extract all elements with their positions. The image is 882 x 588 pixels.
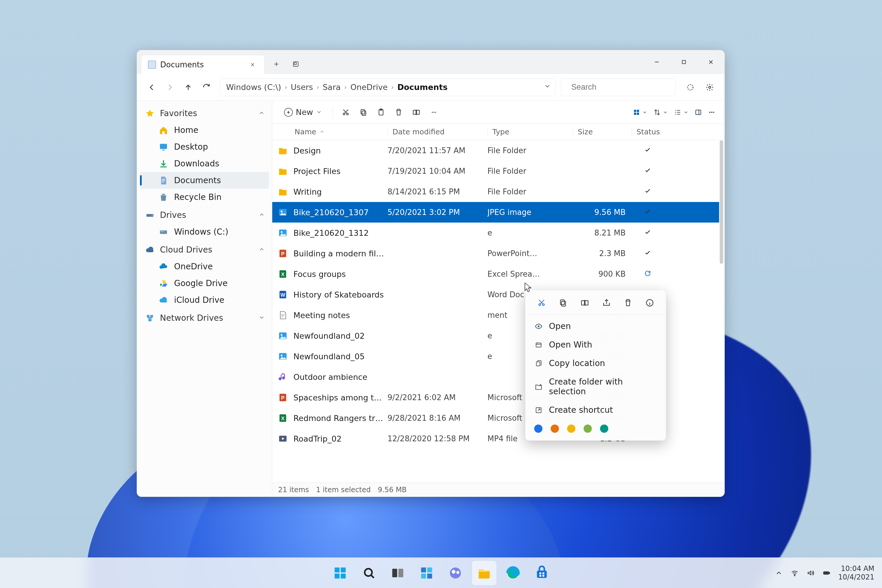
file-row[interactable]: Bike_210620_1312e8.21 MB [272, 222, 719, 243]
tag-color[interactable] [600, 424, 608, 433]
file-row[interactable]: XFocus groupsExcel Sprea…900 KB [272, 264, 719, 284]
sidebar-item-desktop[interactable]: Desktop [140, 138, 269, 155]
volume-icon[interactable] [807, 569, 814, 577]
address-bar[interactable]: Windows (C:\) › Users › Sara › OneDrive … [220, 78, 556, 96]
tab-documents[interactable]: Documents [141, 55, 265, 74]
sidebar-section-network[interactable]: Network Drives [140, 310, 269, 326]
column-header-date[interactable]: Date modified [387, 128, 488, 136]
close-button[interactable] [698, 50, 724, 74]
tab-close-button[interactable] [247, 59, 258, 70]
file-type-icon [272, 187, 293, 196]
more-button[interactable] [426, 105, 442, 120]
sidebar-item-downloads[interactable]: Downloads [140, 155, 269, 172]
sidebar-item-windows-c[interactable]: Windows (C:) [140, 224, 269, 240]
battery-icon[interactable] [822, 569, 831, 577]
breadcrumb-segment[interactable]: Windows (C:\) [226, 82, 281, 92]
chevron-down-icon [258, 313, 265, 323]
taskbar-store[interactable] [530, 561, 554, 585]
search-box[interactable] [561, 78, 676, 96]
svg-rect-1 [294, 63, 296, 64]
forward-button[interactable] [162, 79, 178, 96]
search-input[interactable] [571, 82, 671, 92]
context-menu-item[interactable]: Open With [528, 336, 663, 354]
taskbar-edge[interactable] [501, 561, 525, 585]
sidebar-section-favorites[interactable]: Favorites [140, 105, 269, 122]
file-name: Design [293, 146, 387, 155]
address-dropdown-button[interactable] [544, 82, 551, 92]
sidebar-section-drives[interactable]: Drives [140, 207, 269, 224]
sync-progress-button[interactable] [682, 79, 699, 96]
context-menu-item[interactable]: Open [528, 317, 663, 336]
context-copy-button[interactable] [556, 296, 570, 310]
overflow-button[interactable] [706, 108, 718, 116]
tag-color[interactable] [584, 424, 592, 433]
column-header-status[interactable]: Status [632, 128, 664, 136]
minimize-button[interactable] [643, 50, 670, 74]
context-rename-button[interactable] [578, 296, 591, 310]
breadcrumb-segment[interactable]: OneDrive [351, 82, 388, 92]
copy-button[interactable] [356, 105, 371, 120]
sidebar-item-onedrive[interactable]: OneDrive [140, 258, 269, 275]
sort-button[interactable] [651, 107, 670, 117]
file-row[interactable]: Writing8/14/2021 6:15 PMFile Folder [272, 182, 719, 202]
layout-button[interactable] [672, 107, 691, 117]
sidebar-item-home[interactable]: Home [140, 122, 269, 138]
taskbar-taskview[interactable] [386, 561, 410, 585]
back-button[interactable] [144, 79, 160, 96]
settings-button[interactable] [702, 79, 718, 96]
breadcrumb-segment[interactable]: Sara [322, 82, 340, 92]
cut-button[interactable] [338, 105, 353, 120]
taskbar-widgets[interactable] [414, 561, 439, 585]
taskbar-search[interactable] [357, 561, 381, 585]
file-row[interactable]: PBuilding a modern file…PowerPoint…2.3 M… [272, 243, 719, 264]
taskbar-clock[interactable]: 10:04 AM 10/4/2021 [838, 564, 874, 582]
sidebar-item-icloud-drive[interactable]: iCloud Drive [140, 292, 269, 308]
context-cut-button[interactable] [535, 296, 548, 310]
tag-color[interactable] [534, 424, 542, 433]
file-row[interactable]: Design7/20/2021 11:57 AMFile Folder [272, 140, 719, 161]
maximize-button[interactable] [670, 50, 698, 74]
taskbar-teams[interactable] [443, 561, 468, 585]
chevron-down-icon [316, 108, 322, 117]
wifi-icon[interactable] [790, 569, 799, 577]
breadcrumb-segment[interactable]: Documents [397, 82, 447, 92]
copyloc-icon [534, 359, 543, 368]
tray-overflow-button[interactable] [775, 569, 783, 577]
sidebar-item-label: Recycle Bin [174, 192, 221, 202]
file-row[interactable]: Bike_210620_13075/20/2021 3:02 PMJPEG im… [272, 202, 719, 222]
sidebar-item-google-drive[interactable]: Google Drive [140, 275, 269, 292]
scrollbar[interactable] [720, 140, 723, 264]
tag-color[interactable] [567, 424, 575, 433]
context-info-button[interactable] [643, 296, 657, 310]
onedrive-icon [159, 262, 168, 272]
context-delete-button[interactable] [621, 296, 635, 310]
column-header-size[interactable]: Size [573, 128, 632, 136]
paste-button[interactable] [374, 105, 388, 120]
details-pane-button[interactable] [692, 108, 704, 116]
context-menu-item[interactable]: Copy location [528, 354, 663, 372]
new-button[interactable]: New [279, 105, 327, 120]
up-button[interactable] [180, 79, 196, 96]
context-share-button[interactable] [600, 296, 613, 310]
sidebar-item-documents[interactable]: Documents [140, 172, 269, 189]
refresh-button[interactable] [198, 79, 214, 96]
sidebar-item-recycle-bin[interactable]: Recycle Bin [140, 189, 269, 206]
filter-button[interactable] [630, 107, 650, 117]
context-menu-item[interactable]: Create folder with selection [528, 372, 663, 401]
column-header-name[interactable]: Name [293, 128, 387, 136]
context-menu-item[interactable]: Create shortcut [528, 401, 663, 419]
taskbar-explorer[interactable] [472, 561, 496, 585]
delete-button[interactable] [391, 105, 406, 120]
column-header-type[interactable]: Type [488, 128, 573, 136]
sidebar-section-cloud[interactable]: Cloud Drives [140, 242, 269, 258]
tag-color[interactable] [550, 424, 559, 433]
file-row[interactable]: Project Files7/19/2021 10:04 AMFile Fold… [272, 161, 719, 182]
svg-rect-14 [148, 319, 152, 321]
breadcrumb-segment[interactable]: Users [291, 82, 313, 92]
svg-rect-87 [824, 572, 828, 573]
tab-overview-button[interactable] [288, 57, 303, 72]
start-button[interactable] [328, 561, 352, 585]
rename-button[interactable] [409, 105, 424, 120]
svg-rect-21 [413, 110, 416, 114]
new-tab-button[interactable] [269, 57, 284, 72]
